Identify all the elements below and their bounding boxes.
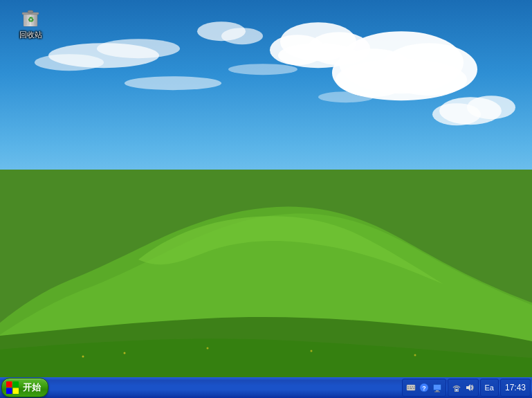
svg-rect-34 — [6, 381, 12, 388]
desktop: ♻ 回收站 — [0, 0, 532, 377]
svg-rect-45 — [413, 388, 415, 390]
svg-rect-51 — [434, 392, 440, 392]
clock-time: 17:43 — [505, 383, 526, 392]
svg-rect-37 — [13, 388, 19, 395]
svg-text:♻: ♻ — [28, 16, 34, 24]
ime-label: Ea — [484, 383, 495, 392]
clock[interactable]: 17:43 — [500, 379, 531, 397]
svg-point-20 — [82, 356, 84, 358]
volume-tray-icon[interactable] — [464, 382, 475, 393]
taskbar: 开始 ? — [0, 377, 532, 398]
svg-point-54 — [456, 390, 457, 391]
svg-point-24 — [414, 354, 416, 356]
svg-rect-28 — [28, 10, 33, 13]
help-tray-icon[interactable]: ? — [419, 382, 430, 393]
svg-rect-38 — [407, 385, 415, 390]
svg-point-22 — [207, 347, 209, 350]
keyboard-tray-icon[interactable] — [405, 382, 416, 393]
svg-point-17 — [228, 64, 297, 75]
svg-marker-55 — [466, 384, 470, 391]
svg-point-7 — [278, 43, 358, 68]
svg-rect-35 — [13, 381, 19, 388]
systray: ? — [402, 379, 446, 397]
start-button[interactable]: 开始 — [1, 378, 48, 397]
grass-area — [0, 170, 532, 377]
recycle-bin-icon[interactable]: ♻ 回收站 — [10, 6, 51, 39]
network-tray — [448, 379, 479, 397]
svg-rect-49 — [434, 385, 441, 390]
svg-point-18 — [318, 91, 374, 102]
svg-rect-40 — [410, 386, 411, 388]
screen-tray-icon[interactable] — [432, 382, 443, 393]
svg-rect-41 — [412, 386, 413, 388]
hill-svg — [0, 170, 532, 377]
network-tray-icon[interactable] — [451, 382, 462, 393]
start-label: 开始 — [23, 381, 41, 394]
recycle-bin-image: ♻ — [19, 6, 42, 28]
svg-point-21 — [124, 352, 126, 354]
taskbar-right: ? — [402, 377, 533, 398]
svg-point-10 — [35, 54, 104, 71]
svg-point-15 — [432, 103, 481, 125]
svg-rect-50 — [436, 390, 439, 392]
svg-rect-42 — [414, 386, 415, 388]
recycle-bin-label: 回收站 — [19, 30, 42, 39]
windows-logo — [5, 380, 20, 395]
svg-rect-36 — [6, 388, 12, 395]
svg-text:?: ? — [422, 385, 426, 392]
svg-point-16 — [125, 76, 221, 90]
svg-point-9 — [97, 39, 180, 58]
svg-rect-44 — [410, 388, 412, 390]
svg-point-23 — [311, 350, 313, 352]
svg-point-12 — [221, 28, 263, 44]
svg-rect-43 — [407, 388, 409, 390]
ime-indicator[interactable]: Ea — [480, 379, 499, 397]
svg-rect-39 — [407, 386, 409, 388]
